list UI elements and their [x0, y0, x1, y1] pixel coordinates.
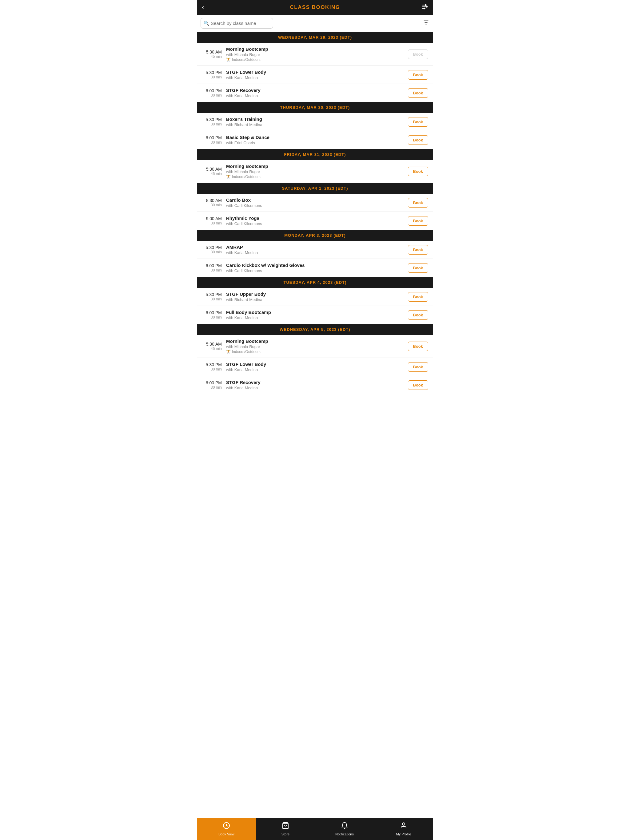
class-name: Cardio Box	[226, 197, 408, 203]
svg-point-4	[425, 4, 426, 6]
class-info: Basic Step & Dance with Erini Osaris	[226, 135, 408, 145]
class-instructor: with Michala Rugar	[226, 169, 408, 174]
class-info: AMRAP with Karla Medina	[226, 245, 408, 255]
class-name: Morning Bootcamp	[226, 46, 408, 52]
class-location: 🏋️ Indoors/Outdoors	[226, 57, 408, 62]
class-row: 6:00 PM 30 min STGF Recovery with Karla …	[197, 376, 433, 394]
book-button[interactable]: Book	[408, 198, 429, 208]
location-icon: 🏋️	[226, 57, 231, 62]
book-button[interactable]: Book	[408, 310, 429, 320]
class-instructor: with Erini Osaris	[226, 141, 408, 145]
class-name: STGF Upper Body	[226, 292, 408, 297]
class-duration: 30 min	[202, 140, 222, 145]
class-row: 6:00 PM 30 min Cardio Kickbox w/ Weighte…	[197, 259, 433, 277]
class-row: 6:00 PM 30 min Full Body Bootcamp with K…	[197, 306, 433, 324]
class-time: 6:00 PM 30 min	[202, 310, 222, 319]
class-duration: 30 min	[202, 385, 222, 390]
filter-icon[interactable]	[421, 3, 428, 12]
class-instructor: with Karla Medina	[226, 93, 408, 98]
location-icon: 🏋️	[226, 175, 231, 179]
class-duration: 45 min	[202, 346, 222, 351]
class-time-value: 6:00 PM	[202, 135, 222, 140]
my-profile-icon	[400, 822, 407, 831]
book-button[interactable]: Book	[408, 70, 429, 80]
book-button: Book	[408, 49, 429, 59]
class-time-value: 8:30 AM	[202, 198, 222, 203]
schedule-container: WEDNESDAY, MAR 29, 2023 (EDT) 5:30 AM 45…	[197, 32, 433, 394]
location-icon: 🏋️	[226, 350, 231, 354]
nav-label-notifications: Notifications	[335, 832, 354, 836]
class-name: Basic Step & Dance	[226, 135, 408, 140]
class-instructor: with Karla Medina	[226, 316, 408, 320]
svg-point-11	[402, 823, 405, 825]
class-time-value: 6:00 PM	[202, 88, 222, 93]
date-header: MONDAY, APR 3, 2023 (EDT)	[197, 230, 433, 241]
class-duration: 30 min	[202, 75, 222, 79]
class-row: 5:30 AM 45 min Morning Bootcamp with Mic…	[197, 160, 433, 183]
class-time: 9:00 AM 30 min	[202, 216, 222, 225]
class-instructor: with Karla Medina	[226, 368, 408, 372]
class-info: STGF Lower Body with Karla Medina	[226, 69, 408, 80]
class-info: STGF Recovery with Karla Medina	[226, 88, 408, 98]
class-info: Morning Bootcamp with Michala Rugar 🏋️ I…	[226, 338, 408, 354]
class-instructor: with Richard Medina	[226, 297, 408, 302]
class-instructor: with Carli Kilcomons	[226, 203, 408, 208]
class-duration: 30 min	[202, 203, 222, 207]
nav-item-notifications[interactable]: Notifications	[315, 818, 374, 840]
bottom-nav: Book View Store Notifications My Pr	[197, 818, 433, 840]
svg-point-3	[426, 6, 427, 7]
book-button[interactable]: Book	[408, 117, 429, 127]
class-info: STGF Upper Body with Richard Medina	[226, 292, 408, 302]
book-button[interactable]: Book	[408, 88, 429, 98]
class-instructor: with Karla Medina	[226, 385, 408, 390]
book-button[interactable]: Book	[408, 216, 429, 226]
nav-item-store[interactable]: Store	[256, 818, 315, 840]
notifications-icon	[341, 822, 348, 831]
book-button[interactable]: Book	[408, 263, 429, 273]
svg-point-5	[424, 8, 425, 9]
class-duration: 30 min	[202, 93, 222, 98]
class-row: 5:30 PM 30 min STGF Upper Body with Rich…	[197, 288, 433, 306]
date-header: WEDNESDAY, APR 5, 2023 (EDT)	[197, 324, 433, 335]
book-button[interactable]: Book	[408, 135, 429, 145]
book-button[interactable]: Book	[408, 167, 429, 176]
class-time: 5:30 PM 30 min	[202, 70, 222, 79]
header: ‹ CLASS BOOKING	[197, 0, 433, 15]
class-time-value: 6:00 PM	[202, 263, 222, 268]
class-time-value: 5:30 PM	[202, 245, 222, 250]
class-info: Rhythmic Yoga with Carli Kilcomons	[226, 216, 408, 226]
class-name: STGF Recovery	[226, 380, 408, 385]
class-instructor: with Richard Medina	[226, 122, 408, 127]
class-name: STGF Lower Body	[226, 69, 408, 75]
book-button[interactable]: Book	[408, 245, 429, 254]
class-row: 8:30 AM 30 min Cardio Box with Carli Kil…	[197, 194, 433, 212]
class-info: Boxer's Training with Richard Medina	[226, 117, 408, 127]
book-button[interactable]: Book	[408, 342, 429, 351]
filter-button[interactable]	[423, 19, 429, 28]
class-time: 5:30 PM 30 min	[202, 117, 222, 126]
class-time: 5:30 PM 30 min	[202, 245, 222, 254]
class-time: 6:00 PM 30 min	[202, 263, 222, 272]
class-row: 5:30 AM 45 min Morning Bootcamp with Mic…	[197, 335, 433, 358]
class-instructor: with Carli Kilcomons	[226, 221, 408, 226]
class-time: 5:30 AM 45 min	[202, 342, 222, 351]
class-row: 5:30 PM 30 min Boxer's Training with Ric…	[197, 113, 433, 131]
book-button[interactable]: Book	[408, 292, 429, 302]
class-name: Boxer's Training	[226, 117, 408, 122]
class-row: 5:30 PM 30 min AMRAP with Karla Medina B…	[197, 241, 433, 259]
class-row: 5:30 PM 30 min STGF Lower Body with Karl…	[197, 358, 433, 376]
search-input[interactable]	[201, 18, 273, 28]
nav-item-book-view[interactable]: Book View	[197, 818, 256, 840]
class-location: 🏋️ Indoors/Outdoors	[226, 350, 408, 354]
back-button[interactable]: ‹	[202, 3, 204, 11]
book-button[interactable]: Book	[408, 362, 429, 372]
class-info: Full Body Bootcamp with Karla Medina	[226, 309, 408, 320]
class-info: Cardio Box with Carli Kilcomons	[226, 197, 408, 208]
date-header: THURSDAY, MAR 30, 2023 (EDT)	[197, 102, 433, 113]
class-instructor: with Michala Rugar	[226, 344, 408, 349]
book-button[interactable]: Book	[408, 381, 429, 390]
class-time: 5:30 PM 30 min	[202, 362, 222, 371]
class-row: 5:30 PM 30 min STGF Lower Body with Karl…	[197, 66, 433, 84]
date-header: WEDNESDAY, MAR 29, 2023 (EDT)	[197, 32, 433, 43]
nav-item-my-profile[interactable]: My Profile	[374, 818, 433, 840]
